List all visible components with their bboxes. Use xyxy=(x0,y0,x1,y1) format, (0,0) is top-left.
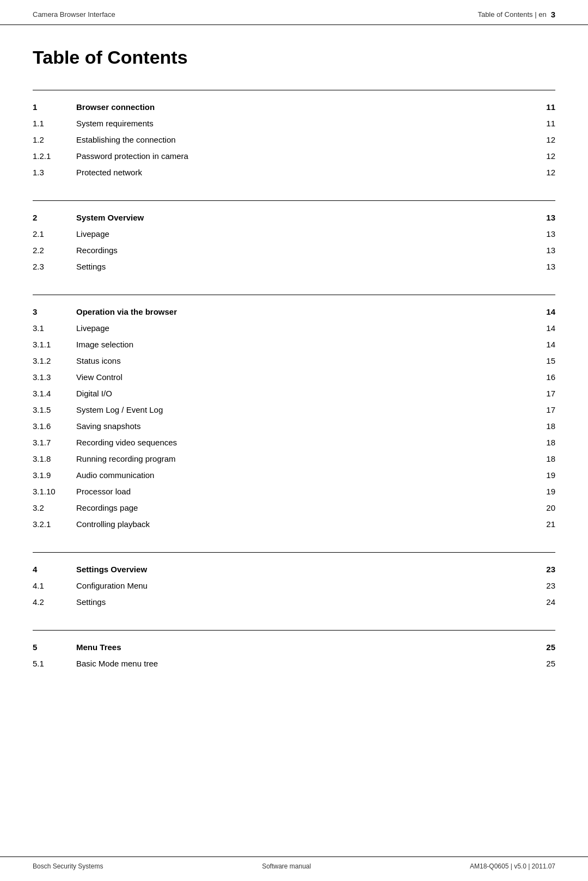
toc-label: System requirements xyxy=(76,117,154,130)
toc-row: 3.2Recordings page20 xyxy=(33,500,555,516)
header-right-label: Table of Contents | en xyxy=(477,10,546,19)
toc-page-number: 15 xyxy=(539,354,555,368)
toc-number: 3.1.5 xyxy=(33,403,76,417)
header-left-label: Camera Browser Interface xyxy=(33,10,115,19)
toc-number: 4.2 xyxy=(33,596,76,609)
page-header: Camera Browser Interface Table of Conten… xyxy=(0,0,588,25)
toc-number: 3.1.1 xyxy=(33,338,76,351)
toc-label: Protected network xyxy=(76,166,142,179)
header-page-number: 3 xyxy=(551,10,555,19)
toc-row: 3Operation via the browser14 xyxy=(33,304,555,320)
toc-number: 2 xyxy=(33,211,76,224)
toc-row: 2.1Livepage13 xyxy=(33,226,555,242)
toc-number: 3.1.9 xyxy=(33,469,76,482)
toc-label: Browser connection xyxy=(76,101,155,114)
toc-row: 5.1Basic Mode menu tree25 xyxy=(33,656,555,672)
toc-page-number: 17 xyxy=(539,387,555,400)
toc-row: 2System Overview13 xyxy=(33,210,555,226)
toc-row: 3.1.2Status icons15 xyxy=(33,353,555,369)
toc-label: Digital I/O xyxy=(76,387,112,400)
page-wrapper: Camera Browser Interface Table of Conten… xyxy=(0,0,588,881)
toc-page-number: 25 xyxy=(539,641,555,654)
toc-label: Password protection in camera xyxy=(76,150,188,163)
section-divider-2 xyxy=(33,200,555,201)
toc-label: System Overview xyxy=(76,211,144,224)
toc-number: 5 xyxy=(33,641,76,654)
toc-container: 1Browser connection111.1System requireme… xyxy=(33,90,555,672)
toc-label: Recordings page xyxy=(76,501,138,515)
toc-page-number: 18 xyxy=(539,420,555,433)
toc-row: 1.2.1Password protection in camera12 xyxy=(33,148,555,164)
toc-label: Livepage xyxy=(76,228,109,241)
toc-page-number: 11 xyxy=(539,117,555,130)
toc-row: 5Menu Trees25 xyxy=(33,639,555,656)
toc-section-1: 1Browser connection111.1System requireme… xyxy=(33,90,555,181)
toc-label: Settings xyxy=(76,260,106,273)
toc-label: Recordings xyxy=(76,244,118,257)
toc-number: 3.1.2 xyxy=(33,354,76,368)
toc-page-number: 20 xyxy=(539,501,555,515)
toc-section-4: 4Settings Overview234.1Configuration Men… xyxy=(33,552,555,610)
toc-page-number: 11 xyxy=(539,101,555,114)
toc-label: Status icons xyxy=(76,354,121,368)
toc-row: 3.1.6Saving snapshots18 xyxy=(33,418,555,435)
toc-label: Livepage xyxy=(76,322,109,335)
toc-page-number: 13 xyxy=(539,244,555,257)
section-divider-1 xyxy=(33,90,555,90)
toc-page-number: 21 xyxy=(539,518,555,531)
toc-label: Saving snapshots xyxy=(76,420,140,433)
toc-number: 1.2.1 xyxy=(33,150,76,163)
toc-number: 3.2 xyxy=(33,501,76,515)
toc-page-number: 17 xyxy=(539,403,555,417)
toc-page-number: 14 xyxy=(539,338,555,351)
toc-number: 4.1 xyxy=(33,579,76,592)
toc-row: 1.1System requirements11 xyxy=(33,115,555,132)
toc-label: System Log / Event Log xyxy=(76,403,163,417)
toc-row: 3.1.4Digital I/O17 xyxy=(33,386,555,402)
toc-page-number: 12 xyxy=(539,166,555,179)
toc-row: 3.1.5System Log / Event Log17 xyxy=(33,402,555,418)
toc-row: 3.1.7Recording video sequences18 xyxy=(33,435,555,451)
toc-row: 3.1.1Image selection14 xyxy=(33,337,555,353)
toc-number: 3.2.1 xyxy=(33,518,76,531)
toc-row: 4.1Configuration Menu23 xyxy=(33,578,555,594)
toc-number: 1.2 xyxy=(33,133,76,146)
toc-page-number: 14 xyxy=(539,305,555,319)
toc-label: Configuration Menu xyxy=(76,579,148,592)
toc-label: Settings Overview xyxy=(76,563,147,576)
toc-number: 5.1 xyxy=(33,657,76,670)
toc-row: 1Browser connection11 xyxy=(33,99,555,115)
toc-row: 3.1.9Audio communication19 xyxy=(33,467,555,484)
footer-right: AM18-Q0605 | v5.0 | 2011.07 xyxy=(470,862,555,870)
toc-page-number: 12 xyxy=(539,150,555,163)
toc-page-number: 13 xyxy=(539,260,555,273)
toc-row: 4.2Settings24 xyxy=(33,594,555,610)
toc-label: Running recording program xyxy=(76,452,176,466)
main-content: Table of Contents 1Browser connection111… xyxy=(0,25,588,856)
section-divider-5 xyxy=(33,630,555,631)
toc-number: 2.1 xyxy=(33,228,76,241)
toc-page-number: 12 xyxy=(539,133,555,146)
toc-label: Recording video sequences xyxy=(76,436,177,449)
toc-number: 3.1.8 xyxy=(33,452,76,466)
toc-page-number: 25 xyxy=(539,657,555,670)
toc-label: Basic Mode menu tree xyxy=(76,657,158,670)
toc-row: 3.1.3View Control16 xyxy=(33,369,555,386)
toc-number: 1.3 xyxy=(33,166,76,179)
toc-page-number: 18 xyxy=(539,452,555,466)
section-divider-4 xyxy=(33,552,555,553)
toc-page-number: 24 xyxy=(539,596,555,609)
toc-number: 3.1.3 xyxy=(33,371,76,384)
footer-center: Software manual xyxy=(262,862,311,870)
toc-label: View Control xyxy=(76,371,122,384)
toc-label: Processor load xyxy=(76,485,131,498)
toc-number: 3.1.6 xyxy=(33,420,76,433)
toc-section-2: 2System Overview132.1Livepage132.2Record… xyxy=(33,200,555,275)
toc-page-number: 14 xyxy=(539,322,555,335)
toc-row: 1.3Protected network12 xyxy=(33,164,555,181)
toc-row: 4Settings Overview23 xyxy=(33,561,555,578)
toc-label: Establishing the connection xyxy=(76,133,176,146)
toc-row: 3.1.8Running recording program18 xyxy=(33,451,555,467)
toc-page-number: 13 xyxy=(539,228,555,241)
toc-page-number: 19 xyxy=(539,469,555,482)
